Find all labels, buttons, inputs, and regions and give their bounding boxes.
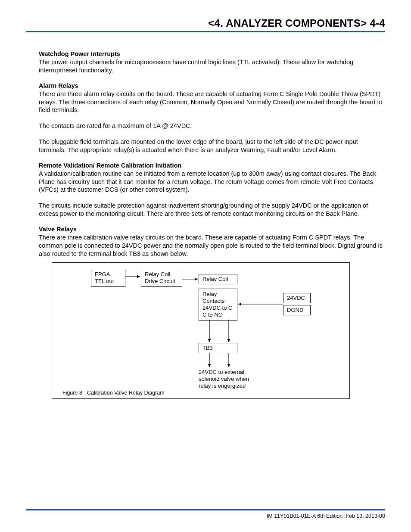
node-relay-drive-text: Relay CoilDrive Circuit [145, 271, 175, 284]
node-relay-coil: Relay Coil [199, 274, 237, 284]
node-tb3-text: TB3 [202, 345, 213, 351]
heading-watchdog: Watchdog Power Interrupts [39, 50, 385, 57]
node-relay-contacts-text: RelayContacts24VDC to CC to NO [202, 291, 232, 318]
footer-rule [26, 509, 385, 510]
figure-caption: Figure 8 - Calibration Valve Relay Diagr… [62, 390, 165, 396]
page-footer: IM 11Y01B01-01E-A 6th Edition :Feb 13, 2… [26, 509, 385, 519]
node-24vdc: 24VDC [283, 293, 311, 303]
para-alarm-3: The pluggable field terminals are mounte… [39, 138, 385, 154]
node-tb3: TB3 [199, 343, 237, 353]
label-output-text: 24VDC to externalsolenoid valve whenrela… [199, 369, 249, 389]
body-content: Watchdog Power Interrupts The power outp… [26, 50, 385, 399]
heading-valve-relays: Valve Relays [39, 226, 385, 233]
node-fpga: FPGATTL out [91, 269, 125, 287]
para-remote-1: A validation/calibration routine can be … [39, 170, 385, 194]
figure-8-diagram: FPGATTL out Relay CoilDrive Circuit Rela… [52, 262, 350, 399]
footer-text: IM 11Y01B01-01E-A 6th Edition :Feb 13, 2… [26, 513, 385, 519]
para-valve-1: There are three calibration valve relay … [39, 233, 385, 258]
node-relay-contacts: RelayContacts24VDC to CC to NO [199, 289, 237, 321]
para-alarm-2: The contacts are rated for a maximum of … [39, 122, 385, 130]
para-watchdog-1: The power output channels for microproce… [39, 58, 385, 75]
para-alarm-1: There are three alarm relay circuits on … [39, 90, 385, 115]
page-header-title: <4. ANALYZER COMPONENTS> 4-4 [26, 17, 385, 29]
node-dgnd: DGND [283, 305, 311, 315]
header-rule: <4. ANALYZER COMPONENTS> 4-4 [26, 17, 385, 32]
heading-remote-validation: Remote Validation/ Remote Calibration In… [39, 162, 385, 169]
label-output: 24VDC to externalsolenoid valve whenrela… [199, 369, 268, 390]
para-remote-2: The circuits include suitable protection… [39, 202, 385, 218]
heading-alarm-relays: Alarm Relays [39, 82, 385, 89]
node-fpga-text: FPGATTL out [95, 271, 114, 284]
node-relay-drive: Relay CoilDrive Circuit [141, 269, 182, 287]
node-relay-coil-text: Relay Coil [202, 276, 228, 282]
node-24vdc-text: 24VDC [287, 295, 305, 301]
node-dgnd-text: DGND [287, 307, 303, 313]
